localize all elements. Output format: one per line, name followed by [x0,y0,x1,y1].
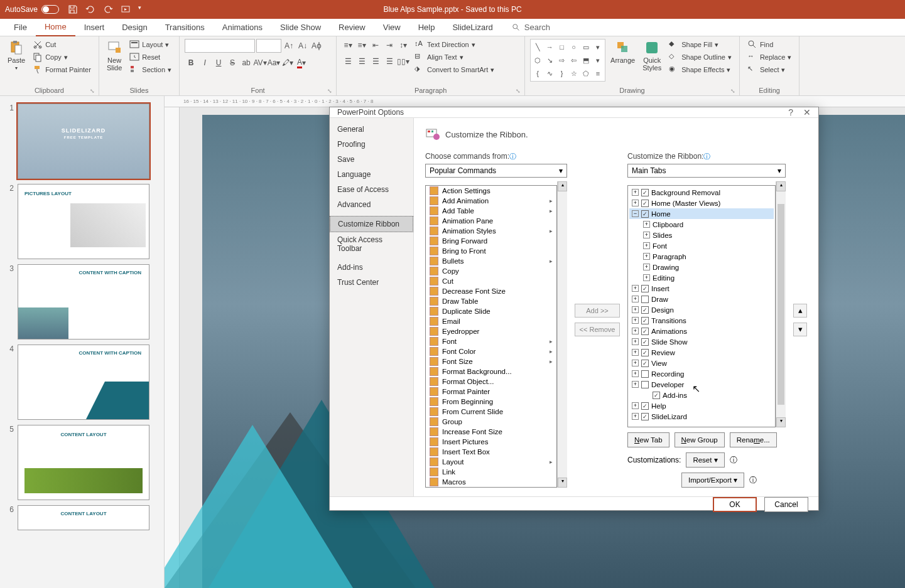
replace-button[interactable]: ↔Replace ▾ [745,51,794,63]
command-item[interactable]: Email [426,316,556,326]
nav-ease-of-access[interactable]: Ease of Access [330,182,413,197]
nav-save[interactable]: Save [330,152,413,167]
command-item[interactable]: Add Table▸ [426,206,556,216]
columns-button[interactable]: ▯▯▾ [397,55,409,68]
tab-insert[interactable]: Insert [75,19,114,36]
find-button[interactable]: Find [745,39,794,50]
search-box[interactable]: Search [512,23,550,32]
scroll-down-icon[interactable]: ▾ [776,417,786,427]
expander-icon[interactable]: + [643,232,650,238]
checkbox[interactable] [641,317,649,324]
scrollbar[interactable]: ▴▾ [557,181,567,488]
shapes-gallery[interactable]: ╲→□○▭▾ ⬡↘⇨⇦⬒▾ {∿}☆⬠≡ [530,39,605,82]
tree-row[interactable]: +Slides [629,230,774,240]
align-center-button[interactable]: ☰ [355,55,368,68]
rename-button[interactable]: Rename... [730,432,777,447]
tab-file[interactable]: File [5,19,36,36]
expander-icon[interactable]: + [632,306,639,313]
checkbox[interactable] [641,189,649,196]
quick-styles-button[interactable]: Quick Styles [640,39,664,73]
tab-home[interactable]: Home [36,19,75,36]
copy-button[interactable]: Copy ▾ [30,51,94,63]
tab-slideshow[interactable]: Slide Show [271,19,330,36]
command-item[interactable]: Insert Text Box [426,447,556,457]
command-item[interactable]: Macros [426,477,556,487]
expander-icon[interactable]: + [643,242,650,249]
expander-icon[interactable]: + [632,296,639,302]
expander-icon[interactable]: + [632,370,639,377]
shadow-button[interactable]: ab [240,56,252,69]
smartart-button[interactable]: ⬗Convert to SmartArt ▾ [412,64,497,75]
tree-row[interactable]: +Drawing [629,262,774,272]
checkbox[interactable] [641,200,649,207]
expander-icon[interactable]: + [643,274,650,281]
command-item[interactable]: Eyedropper [426,326,556,336]
tab-slidelizard[interactable]: SlideLizard [443,19,501,36]
reset-button[interactable]: Reset [127,51,174,63]
start-from-beginning-icon[interactable] [121,4,131,14]
checkbox[interactable] [641,381,649,388]
tree-row[interactable]: −Home [629,208,774,219]
command-item[interactable]: Action Settings [426,186,556,196]
cancel-button[interactable]: Cancel [764,497,808,512]
info-icon[interactable]: ⓘ [509,152,516,160]
commands-list[interactable]: Action SettingsAdd Animation▸Add Table▸A… [425,185,557,488]
expander-icon[interactable]: + [632,317,639,324]
tree-row[interactable]: +Recording [629,368,774,379]
checkbox[interactable] [641,349,649,356]
launcher-icon[interactable]: ⤡ [327,88,332,94]
checkbox[interactable] [641,328,649,335]
strike-button[interactable]: S [226,56,239,69]
font-name-select[interactable] [185,39,255,53]
line-spacing-button[interactable]: ↕▾ [397,39,409,51]
tree-row[interactable]: +Help [629,400,774,411]
reset-customizations-button[interactable]: Reset ▾ [686,452,724,468]
scrollbar[interactable]: ▴▾ [776,181,786,427]
command-item[interactable]: Font Color▸ [426,346,556,356]
nav-trust-center[interactable]: Trust Center [330,275,413,290]
command-item[interactable]: Format Background... [426,366,556,377]
tab-design[interactable]: Design [113,19,156,36]
command-item[interactable]: Increase Font Size [426,427,556,437]
info-icon[interactable]: ⓘ [749,475,757,486]
checkbox[interactable] [641,360,649,367]
command-item[interactable]: Animation Styles▸ [426,226,556,236]
info-icon[interactable]: ⓘ [730,455,737,466]
customize-ribbon-select[interactable]: Main Tabs▾ [627,164,786,178]
highlight-button[interactable]: 🖍▾ [281,56,294,69]
nav-advanced[interactable]: Advanced [330,197,413,212]
tree-row[interactable]: +Draw [629,294,774,304]
expander-icon[interactable]: + [643,264,650,270]
bold-button[interactable]: B [185,56,197,69]
slide-thumb-2[interactable]: PICTURES LAYOUT [18,184,149,259]
ok-button[interactable]: OK [713,497,757,512]
scroll-up-icon[interactable]: ▴ [776,181,786,191]
info-icon[interactable]: ⓘ [703,152,710,160]
slide-thumb-1[interactable]: SLIDELIZARDFREE TEMPLATE [18,104,149,179]
increase-font-icon[interactable]: A↑ [283,40,295,52]
command-item[interactable]: Cut [426,276,556,286]
decrease-indent-button[interactable]: ⇤ [369,39,382,51]
char-spacing-button[interactable]: AV▾ [254,56,266,69]
import-export-button[interactable]: Import/Export ▾ [681,473,744,488]
expander-icon[interactable]: + [632,349,639,356]
select-button[interactable]: ↖Select ▾ [745,64,794,75]
qat-more-icon[interactable]: ▾ [138,4,141,14]
underline-button[interactable]: U [212,56,225,69]
italic-button[interactable]: I [198,56,211,69]
command-item[interactable]: Font▸ [426,336,556,346]
tree-row[interactable]: +Slide Show [629,336,774,347]
increase-indent-button[interactable]: ⇥ [383,39,396,51]
slide-thumb-5[interactable]: CONTENT LAYOUT [18,425,149,500]
tree-row[interactable]: +Clipboard [629,219,774,230]
change-case-button[interactable]: Aa▾ [268,56,280,69]
decrease-font-icon[interactable]: A↓ [296,40,309,52]
help-icon[interactable]: ? [788,107,793,117]
tab-review[interactable]: Review [330,19,374,36]
command-item[interactable]: Draw Table [426,296,556,306]
checkbox[interactable] [641,413,649,420]
nav-language[interactable]: Language [330,167,413,182]
tab-transitions[interactable]: Transitions [156,19,214,36]
clear-format-icon[interactable]: Aϕ [310,40,323,52]
format-painter-button[interactable]: Format Painter [30,64,94,75]
